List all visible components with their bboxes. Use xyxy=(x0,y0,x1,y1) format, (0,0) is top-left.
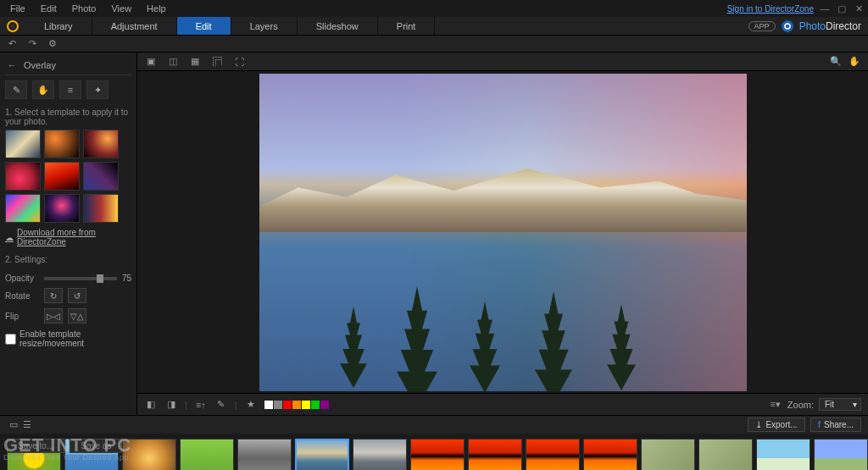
color-label-green[interactable] xyxy=(311,401,320,409)
canvas[interactable] xyxy=(137,71,868,393)
tab-library[interactable]: Library xyxy=(25,17,92,35)
template-thumb[interactable] xyxy=(44,162,80,191)
brand-icon xyxy=(781,19,794,33)
color-label-yellow[interactable] xyxy=(302,401,310,409)
overlay-panel: ← Overlay ✎ ✋ ≡ ✦ 1. Select a template t… xyxy=(0,53,137,415)
thumb[interactable] xyxy=(180,439,234,470)
filter-icon[interactable]: ≡▾ xyxy=(769,399,782,411)
share-button[interactable]: fShare... xyxy=(810,417,861,432)
menu-edit[interactable]: Edit xyxy=(34,2,64,15)
thumb[interactable] xyxy=(756,439,810,470)
magnifier-icon[interactable]: 🔍 xyxy=(829,56,843,68)
zoom-label: Zoom: xyxy=(787,400,814,410)
menu-help[interactable]: Help xyxy=(140,2,173,15)
export-button[interactable]: ⤓Export... xyxy=(748,417,804,432)
tab-slideshow[interactable]: Slideshow xyxy=(298,17,378,35)
template-thumb[interactable] xyxy=(83,162,119,191)
enable-resize-label: Enable template resize/movement xyxy=(19,329,131,348)
thumb[interactable] xyxy=(468,439,522,470)
sparkle-tool-icon[interactable]: ✦ xyxy=(86,80,108,99)
color-label-white[interactable] xyxy=(264,401,273,409)
compare-view-icon[interactable]: ◫ xyxy=(166,56,180,68)
tab-adjustment[interactable]: Adjustment xyxy=(92,17,177,35)
template-thumb[interactable] xyxy=(5,194,41,223)
template-thumb[interactable] xyxy=(44,130,80,158)
template-thumb[interactable] xyxy=(5,130,41,158)
thumb[interactable] xyxy=(353,439,407,470)
thumb[interactable] xyxy=(122,439,176,470)
color-label-red[interactable] xyxy=(283,401,292,409)
menu-photo[interactable]: Photo xyxy=(65,2,103,15)
close-icon[interactable]: ✕ xyxy=(853,3,865,14)
thumb[interactable] xyxy=(410,439,465,470)
app-logo-icon xyxy=(0,17,25,35)
tab-print[interactable]: Print xyxy=(378,17,436,35)
compare-split-icon[interactable]: ◧ xyxy=(144,399,158,411)
stripes-tool-icon[interactable]: ≡ xyxy=(59,80,81,99)
template-thumb[interactable] xyxy=(83,194,119,223)
rotate-ccw-icon[interactable]: ↺ xyxy=(68,288,86,303)
compare-side-icon[interactable]: ◨ xyxy=(164,399,178,411)
filmstrip-mode-icon[interactable]: ▭ xyxy=(7,419,20,431)
photo-preview xyxy=(259,74,747,391)
opacity-label: Opacity xyxy=(5,274,39,283)
brand-name: PhotoDirector xyxy=(799,20,861,32)
single-view-icon[interactable]: ▣ xyxy=(144,56,158,68)
fullscreen-icon[interactable]: ⛶ xyxy=(232,56,246,68)
multi-view-icon[interactable]: ⿸ xyxy=(210,56,224,68)
save-to-button[interactable]: Save to... xyxy=(7,439,64,453)
minimize-icon[interactable]: — xyxy=(819,3,831,14)
thumb[interactable] xyxy=(641,439,695,470)
template-thumb[interactable] xyxy=(5,162,41,191)
color-label-orange[interactable] xyxy=(292,401,301,409)
bottom-buttons: Save to... Save as xyxy=(7,439,122,453)
brush-tool-icon[interactable]: ✎ xyxy=(5,80,27,99)
thumb[interactable] xyxy=(526,439,580,470)
list-mode-icon[interactable]: ☰ xyxy=(20,419,34,431)
signin-link[interactable]: Sign in to DirectorZone xyxy=(727,4,814,14)
main-menu: File Edit Photo View Help xyxy=(3,2,173,15)
step1-label: 1. Select a template to apply it to your… xyxy=(5,104,131,130)
undo-icon[interactable]: ↶ xyxy=(5,38,19,50)
opacity-slider[interactable] xyxy=(44,277,117,280)
filmstrip-header: ▭ ☰ ⤓Export... fShare... xyxy=(0,415,868,434)
rotate-cw-icon[interactable]: ↻ xyxy=(44,288,63,303)
template-thumb[interactable] xyxy=(44,194,80,223)
maximize-icon[interactable]: ▢ xyxy=(836,3,848,14)
menu-view[interactable]: View xyxy=(104,2,138,15)
color-label-purple[interactable] xyxy=(320,401,329,409)
menu-file[interactable]: File xyxy=(3,2,32,15)
pan-hand-icon[interactable]: ✋ xyxy=(848,56,861,68)
back-icon[interactable]: ← xyxy=(5,59,19,71)
tab-layers[interactable]: Layers xyxy=(231,17,298,35)
flip-horizontal-icon[interactable]: ▷◁ xyxy=(44,308,63,323)
hand-tool-icon[interactable]: ✋ xyxy=(32,80,54,99)
filmstrip[interactable] xyxy=(0,434,868,470)
thumb-selected[interactable] xyxy=(295,439,349,470)
color-label-gray[interactable] xyxy=(274,401,282,409)
gear-icon[interactable]: ⚙ xyxy=(46,38,59,50)
download-more-link[interactable]: ☁ Download more from DirectorZone xyxy=(5,223,131,252)
save-as-button[interactable]: Save as xyxy=(70,439,122,453)
histogram-icon[interactable]: ≡↑ xyxy=(194,399,208,411)
facebook-icon: f xyxy=(818,420,821,429)
template-thumb[interactable] xyxy=(83,130,119,158)
svg-point-1 xyxy=(11,25,14,28)
rating-icon[interactable]: ★ xyxy=(244,399,258,411)
flip-vertical-icon[interactable]: ▽△ xyxy=(68,308,86,323)
enable-resize-checkbox[interactable] xyxy=(5,334,16,345)
grid-view-icon[interactable]: ▦ xyxy=(188,56,202,68)
color-labels xyxy=(264,401,329,409)
thumb[interactable] xyxy=(237,439,292,470)
panel-title: Overlay xyxy=(24,60,56,70)
zoom-select[interactable]: Fit ▾ xyxy=(819,398,861,411)
canvas-toolbar: ▣ ◫ ▦ ⿸ ⛶ 🔍 ✋ xyxy=(137,53,868,71)
app-badge[interactable]: APP xyxy=(748,21,776,31)
flip-label: Flip xyxy=(5,312,39,321)
thumb[interactable] xyxy=(583,439,637,470)
brush-icon[interactable]: ✎ xyxy=(214,399,228,411)
thumb[interactable] xyxy=(698,439,753,470)
thumb[interactable] xyxy=(814,439,868,470)
redo-icon[interactable]: ↷ xyxy=(25,38,39,50)
tab-edit[interactable]: Edit xyxy=(177,17,231,35)
